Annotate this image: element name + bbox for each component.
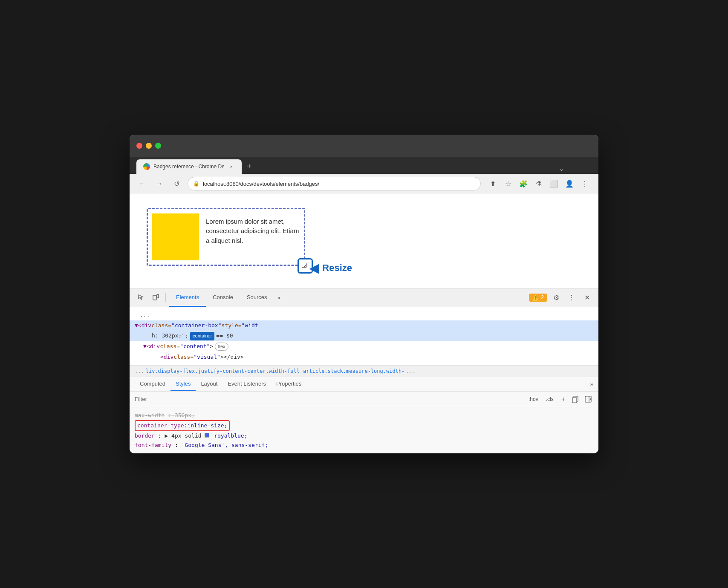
resize-handle-icon [302, 263, 308, 269]
cls-button[interactable]: .cls [543, 395, 556, 403]
device-toolbar-button[interactable] [149, 291, 162, 304]
profile-icon[interactable]: 👤 [563, 177, 576, 190]
title-bar [130, 135, 598, 157]
settings-button[interactable]: ⚙ [550, 291, 563, 304]
more-tabs-button[interactable]: » [274, 288, 284, 307]
flex-badge: flex [215, 343, 228, 351]
tab-search-icon[interactable]: ⬜ [547, 177, 561, 190]
breadcrumb-item-1[interactable]: liv.display-flex.justify-content-center.… [146, 368, 300, 374]
breadcrumb-bar: ... liv.display-flex.justify-content-cen… [130, 366, 598, 377]
tab-styles[interactable]: Styles [170, 377, 196, 391]
browser-content: Lorem ipsum dolor sit amet, consectetur … [130, 194, 598, 453]
css-rule-max-width: max-width : 350px; [135, 411, 593, 420]
devtools-right-actions: ⚠️ 2 ⚙ ⋮ ✕ [529, 291, 593, 304]
styles-panel-tabs: Computed Styles Layout Event Listeners P… [130, 377, 598, 392]
maximize-traffic-light[interactable] [155, 143, 161, 149]
tab-title: Badges reference - Chrome De [153, 164, 225, 170]
forward-button[interactable]: → [153, 178, 165, 190]
css-rule-font-family: font-family : 'Google Sans', sans-serif; [135, 441, 593, 450]
menu-icon[interactable]: ⋮ [578, 177, 592, 190]
more-options-button[interactable]: ⋮ [565, 291, 578, 304]
breadcrumb-item-2[interactable]: article.stack.measure-long.width- [303, 368, 404, 374]
toolbar-icons: ⬆ ☆ 🧩 ⚗ ⬜ 👤 ⋮ [486, 177, 592, 190]
demo-text: Lorem ipsum dolor sit amet, consectetur … [206, 213, 300, 260]
tab-layout[interactable]: Layout [196, 377, 222, 391]
css-rule-container-type: container-type : inline-size; [135, 420, 593, 431]
color-swatch [205, 433, 209, 438]
svg-rect-3 [157, 294, 159, 298]
demo-yellow-box [152, 213, 199, 260]
experiment-icon[interactable]: ⚗ [532, 177, 546, 190]
extension-icon[interactable]: 🧩 [517, 177, 530, 190]
new-tab-button[interactable]: + [243, 161, 255, 173]
dom-viewer: ... ▼ <div class= "container-box" style=… [130, 307, 598, 366]
traffic-lights [136, 143, 161, 149]
svg-rect-5 [572, 398, 577, 403]
dom-row-content[interactable]: ▼ <div class= "content" > flex [130, 341, 598, 352]
lock-icon: 🔒 [193, 181, 199, 187]
hov-button[interactable]: :hov [526, 395, 541, 403]
url-bar[interactable]: 🔒 localhost:8080/docs/devtools/elements/… [188, 177, 481, 190]
tab-event-listeners[interactable]: Event Listeners [222, 377, 271, 391]
minimize-traffic-light[interactable] [146, 143, 152, 149]
dom-row-visual[interactable]: <div class= "visual" ></div> [130, 352, 598, 363]
tab-close-button[interactable]: × [228, 163, 235, 170]
styles-filter-input[interactable] [135, 396, 523, 402]
devtools-tabs: Elements Console Sources » [169, 288, 284, 307]
browser-window: Badges reference - Chrome De × + ⌄ ← → ↺… [130, 135, 598, 453]
tab-elements[interactable]: Elements [169, 288, 206, 307]
breadcrumb-ellipsis: ... [135, 368, 144, 374]
warning-icon: ⚠️ [532, 294, 539, 301]
back-button[interactable]: ← [136, 178, 148, 190]
share-icon[interactable]: ⬆ [486, 177, 500, 190]
devtools-panel: Elements Console Sources » ⚠️ 2 [130, 288, 598, 453]
svg-line-1 [305, 266, 307, 268]
css-rule-border: border : ▶ 4px solid royalblue; [135, 431, 593, 441]
tab-favicon [143, 163, 150, 170]
active-tab[interactable]: Badges reference - Chrome De × [136, 159, 242, 174]
bookmark-icon[interactable]: ☆ [501, 177, 515, 190]
issues-badge[interactable]: ⚠️ 2 [529, 294, 547, 302]
tab-overflow-button[interactable]: ⌄ [559, 164, 564, 173]
css-content: max-width : 350px; container-type : inli… [130, 407, 598, 453]
demo-container: Lorem ipsum dolor sit amet, consectetur … [147, 208, 305, 266]
close-traffic-light[interactable] [136, 143, 142, 149]
svg-rect-2 [153, 295, 156, 300]
dom-ellipsis-row: ... [130, 310, 598, 320]
svg-line-0 [303, 264, 307, 268]
url-text: localhost:8080/docs/devtools/elements/ba… [203, 181, 319, 187]
tab-computed[interactable]: Computed [135, 377, 170, 391]
copy-styles-button[interactable] [570, 394, 581, 404]
tab-bar: Badges reference - Chrome De × + ⌄ [130, 157, 598, 174]
address-bar: ← → ↺ 🔒 localhost:8080/docs/devtools/ele… [130, 174, 598, 194]
filter-actions: :hov .cls + [526, 394, 593, 404]
dom-ellipsis: ... [135, 311, 155, 320]
inspect-element-button[interactable] [135, 291, 147, 304]
styles-filter-bar: :hov .cls + [130, 392, 598, 407]
toolbar-separator [165, 293, 166, 302]
tab-sources[interactable]: Sources [240, 288, 274, 307]
resize-label: ◀ Resize [309, 261, 352, 275]
tab-properties[interactable]: Properties [271, 377, 306, 391]
tab-console[interactable]: Console [206, 288, 240, 307]
toggle-sidebar-button[interactable] [583, 394, 593, 404]
add-style-rule-button[interactable]: + [559, 395, 568, 404]
container-badge: container [190, 332, 214, 340]
reload-button[interactable]: ↺ [170, 178, 182, 190]
devtools-toolbar: Elements Console Sources » ⚠️ 2 [130, 288, 598, 307]
svg-rect-6 [585, 396, 591, 402]
styles-more-tabs[interactable]: » [590, 381, 593, 387]
preview-area: Lorem ipsum dolor sit amet, consectetur … [130, 194, 598, 288]
dom-row-selected[interactable]: ▼ <div class= "container-box" style= "wi… [130, 320, 598, 331]
dom-row-selected-2[interactable]: h: 302px;"; container == $0 [130, 331, 598, 341]
close-devtools-button[interactable]: ✕ [581, 291, 593, 304]
